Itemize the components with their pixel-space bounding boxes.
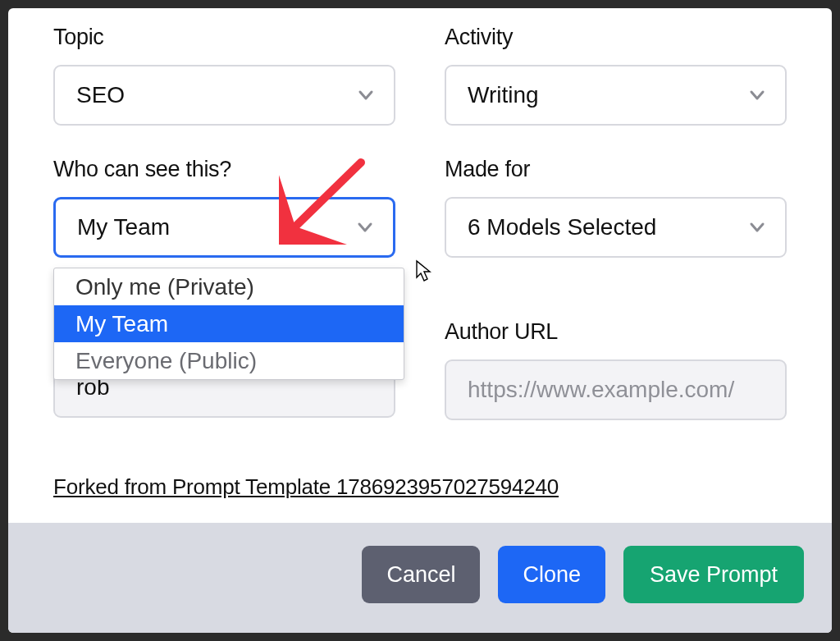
forked-from-link[interactable]: Forked from Prompt Template 178692395702… bbox=[53, 474, 559, 500]
chevron-down-icon bbox=[747, 217, 767, 237]
form-row-1: Topic SEO Activity Writing bbox=[53, 25, 787, 126]
chevron-down-icon bbox=[355, 217, 375, 237]
topic-select-value: SEO bbox=[76, 82, 125, 108]
author-url-label: Author URL bbox=[445, 319, 787, 345]
clone-button[interactable]: Clone bbox=[498, 546, 605, 603]
topic-label: Topic bbox=[53, 25, 395, 50]
made-for-select-value: 6 Models Selected bbox=[468, 214, 656, 240]
activity-label: Activity bbox=[445, 25, 787, 50]
visibility-label: Who can see this? bbox=[53, 157, 395, 182]
cancel-button[interactable]: Cancel bbox=[362, 546, 480, 603]
visibility-option-private[interactable]: Only me (Private) bbox=[54, 268, 404, 305]
visibility-dropdown-menu[interactable]: Only me (Private) My Team Everyone (Publ… bbox=[53, 268, 404, 380]
made-for-select[interactable]: 6 Models Selected bbox=[445, 197, 787, 258]
made-for-field-group: Made for 6 Models Selected bbox=[445, 157, 787, 258]
made-for-label: Made for bbox=[445, 157, 787, 182]
topic-select[interactable]: SEO bbox=[53, 65, 395, 126]
activity-select[interactable]: Writing bbox=[445, 65, 787, 126]
activity-field-group: Activity Writing bbox=[445, 25, 787, 126]
modal-content: Topic SEO Activity Writing bbox=[8, 8, 832, 523]
save-prompt-button[interactable]: Save Prompt bbox=[623, 546, 804, 603]
visibility-field-group: Who can see this? My Team bbox=[53, 157, 395, 258]
author-url-field-group: Author URL bbox=[445, 319, 787, 420]
visibility-select-value: My Team bbox=[77, 214, 170, 240]
visibility-option-team[interactable]: My Team bbox=[54, 305, 404, 342]
chevron-down-icon bbox=[356, 85, 376, 105]
form-row-2: Who can see this? My Team Made for 6 Mod… bbox=[53, 157, 787, 258]
activity-select-value: Writing bbox=[468, 82, 539, 108]
visibility-option-public[interactable]: Everyone (Public) bbox=[54, 342, 404, 379]
topic-field-group: Topic SEO bbox=[53, 25, 395, 126]
modal-footer: Cancel Clone Save Prompt bbox=[8, 523, 832, 633]
author-url-input[interactable] bbox=[445, 359, 787, 420]
visibility-select[interactable]: My Team bbox=[53, 197, 395, 258]
chevron-down-icon bbox=[747, 85, 767, 105]
modal-dialog: Topic SEO Activity Writing bbox=[8, 8, 832, 633]
